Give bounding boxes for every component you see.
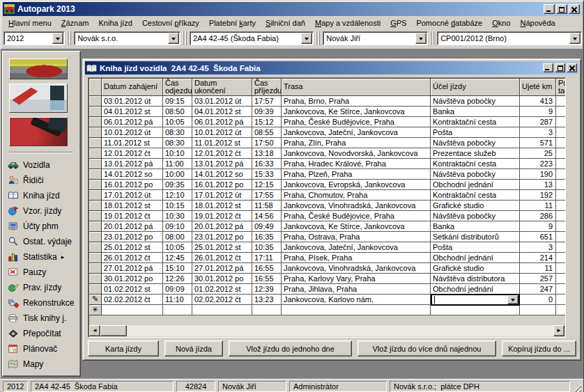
- sidebar-item-statistika[interactable]: Statistika▸: [3, 249, 80, 265]
- chevron-down-icon[interactable]: [301, 33, 312, 44]
- cell-trasa[interactable]: Praha, Jihlava, Praha: [282, 284, 431, 295]
- cell-ujete-km[interactable]: 25: [520, 148, 556, 159]
- cell-cas-prijezdu[interactable]: 16:35: [252, 232, 282, 242]
- cell-empty[interactable]: [192, 305, 252, 315]
- driver-combo[interactable]: Novák Jiří: [323, 31, 428, 45]
- new-row-selector[interactable]: ✳: [89, 305, 102, 315]
- cell-ucel-jizdy[interactable]: Grafické studio: [431, 263, 520, 274]
- cell-trasa[interactable]: Jankovcova, Jateční, Jankovcova: [282, 127, 431, 138]
- cell-ujete-km[interactable]: 214: [520, 253, 556, 263]
- cell-trasa[interactable]: Praha, České Budějovice, Praha: [282, 117, 431, 127]
- cell-ujete-km[interactable]: 651: [520, 232, 556, 242]
- cell-datum-zahajeni[interactable]: 20.01.2012 pá: [102, 221, 163, 232]
- cell-datum-ukonceni[interactable]: 14.01.2012 so: [192, 169, 252, 180]
- cell-pocatecni-tachometr[interactable]: [556, 127, 566, 138]
- cell-pocatecni-tachometr[interactable]: [556, 107, 566, 117]
- cell-datum-zahajeni[interactable]: 06.01.2012 pá: [102, 117, 163, 127]
- cell-datum-ukonceni[interactable]: 04.01.2012 st: [192, 107, 252, 117]
- cell-ujete-km[interactable]: 3: [520, 242, 556, 253]
- column-header-ucel-jizdy[interactable]: Účel jízdy: [431, 79, 520, 96]
- sidebar-item-ridici[interactable]: Řidiči: [3, 173, 80, 188]
- cell-datum-ukonceni[interactable]: 16.01.2012 po: [192, 180, 252, 190]
- cell-trasa[interactable]: Praha, Ostrava, Praha: [282, 232, 431, 242]
- maximize-button[interactable]: [556, 4, 567, 14]
- cell-cas-odjezdu[interactable]: 12:26: [163, 274, 192, 284]
- trip-card-button[interactable]: Karta jízdy: [88, 340, 159, 356]
- cell-pocatecni-tachometr[interactable]: [556, 242, 566, 253]
- cell-ucel-jizdy[interactable]: Grafické studio: [431, 201, 520, 211]
- cell-trasa[interactable]: Praha, Chomutov, Praha: [282, 190, 431, 201]
- cell-pocatecni-tachometr[interactable]: [556, 159, 566, 169]
- sidebar-item-prepocitat[interactable]: Přepočítat: [3, 326, 80, 341]
- cell-ucel-jizdy[interactable]: Pošta: [431, 127, 520, 138]
- cell-datum-zahajeni[interactable]: 11.01.2012 st: [102, 138, 163, 148]
- cell-cas-odjezdu[interactable]: 10:05: [163, 117, 192, 127]
- trip-purpose-editor[interactable]: [431, 294, 520, 306]
- column-header-pocatecni-tachometr[interactable]: Po tac: [556, 79, 566, 96]
- sidebar-item-tisk-knihy-j[interactable]: Tisk knihy j.: [3, 311, 80, 326]
- cell-ucel-jizdy[interactable]: Návštěva distributora: [431, 274, 520, 284]
- cell-pocatecni-tachometr[interactable]: [556, 138, 566, 148]
- cell-ucel-jizdy[interactable]: Obchodní jednání: [431, 284, 520, 295]
- cell-datum-zahajeni[interactable]: 12.01.2012 čt: [102, 148, 163, 159]
- cell-pocatecni-tachometr[interactable]: [556, 263, 566, 274]
- cell-ujete-km[interactable]: 247: [520, 284, 556, 295]
- cell-ucel-jizdy[interactable]: Návštěva pobočky: [431, 211, 520, 221]
- menu-item-napoveda[interactable]: Nápověda: [516, 17, 560, 29]
- cell-cas-prijezdu[interactable]: 16:33: [252, 159, 282, 169]
- cell-pocatecni-tachometr[interactable]: [556, 274, 566, 284]
- cell-datum-zahajeni[interactable]: 18.01.2012 st: [102, 201, 163, 211]
- cell-datum-zahajeni[interactable]: 19.01.2012 čt: [102, 211, 163, 221]
- cell-cas-odjezdu[interactable]: 10:30: [163, 211, 192, 221]
- cell-cas-odjezdu[interactable]: 08:50: [163, 107, 192, 117]
- cell-pocatecni-tachometr[interactable]: [556, 180, 566, 190]
- menu-item-platebni-karty[interactable]: Platební karty: [204, 17, 261, 29]
- resize-grip[interactable]: [573, 384, 581, 392]
- cell-ucel-jizdy[interactable]: Obchodní jednání: [431, 180, 520, 190]
- logbook-minimize-button[interactable]: [543, 63, 553, 72]
- sidebar-item-kniha-jizd[interactable]: Kniha jízd: [3, 188, 80, 203]
- chevron-down-icon[interactable]: [52, 33, 63, 44]
- cell-cas-prijezdu[interactable]: 11:58: [252, 201, 282, 211]
- cell-datum-ukonceni[interactable]: 27.01.2012 pá: [192, 263, 252, 274]
- cell-pocatecni-tachometr[interactable]: [556, 253, 566, 263]
- cell-ucel-jizdy[interactable]: Pošta: [431, 242, 520, 253]
- cell-empty[interactable]: [556, 305, 566, 315]
- cell-datum-ukonceni[interactable]: 13.01.2012 pá: [192, 159, 252, 169]
- cell-datum-ukonceni[interactable]: 17.01.2012 út: [192, 190, 252, 201]
- cell-empty[interactable]: [431, 305, 520, 315]
- cell-datum-ukonceni[interactable]: 20.01.2012 pá: [192, 221, 252, 232]
- sidebar-item-planovac[interactable]: Plánovač: [3, 341, 80, 356]
- copy-trip-button[interactable]: Kopíruj jízdu do ...: [502, 340, 576, 356]
- cell-cas-prijezdu[interactable]: 17:57: [252, 96, 282, 107]
- cell-datum-ukonceni[interactable]: 19.01.2012 čt: [192, 211, 252, 221]
- cell-cas-odjezdu[interactable]: 09:10: [163, 221, 192, 232]
- row-selector[interactable]: [89, 107, 102, 117]
- cell-datum-zahajeni[interactable]: 17.01.2012 út: [102, 190, 163, 201]
- column-header-ujete-km[interactable]: Ujeté km: [520, 79, 556, 96]
- cell-trasa[interactable]: Jankovcova, Vinohradská, Jankovcova: [282, 201, 431, 211]
- row-selector[interactable]: [89, 232, 102, 242]
- cell-cas-prijezdu[interactable]: 08:55: [252, 127, 282, 138]
- menu-item-pomocne-databaze[interactable]: Pomocné databáze: [411, 17, 487, 29]
- cell-datum-ukonceni[interactable]: 01.02.2012 st: [192, 284, 252, 295]
- cell-cas-prijezdu[interactable]: 13:23: [252, 295, 282, 305]
- cell-empty[interactable]: [163, 305, 192, 315]
- cell-datum-zahajeni[interactable]: 23.01.2012 po: [102, 232, 163, 242]
- cell-ucel-jizdy[interactable]: [431, 295, 520, 305]
- cell-ucel-jizdy[interactable]: Banka: [431, 107, 520, 117]
- sidebar-item-mapy[interactable]: Mapy: [3, 356, 80, 372]
- cell-datum-ukonceni[interactable]: 25.01.2012 st: [192, 242, 252, 253]
- cell-datum-zahajeni[interactable]: 02.02.2012 čt: [102, 295, 163, 305]
- cell-datum-ukonceni[interactable]: 03.01.2012 út: [192, 96, 252, 107]
- cell-ucel-jizdy[interactable]: Návštěva pobočky: [431, 96, 520, 107]
- cell-trasa[interactable]: Praha, Brno, Praha: [282, 96, 431, 107]
- cell-cas-prijezdu[interactable]: 09:39: [252, 107, 282, 117]
- column-header-trasa[interactable]: Trasa: [282, 79, 431, 96]
- insert-trip-one-day-button[interactable]: Vlož jízdu do jednoho dne: [229, 340, 352, 356]
- row-selector[interactable]: [89, 180, 102, 190]
- menu-item-mapy-a-vzdalenosti[interactable]: Mapy a vzdálenosti: [310, 17, 385, 29]
- cell-ucel-jizdy[interactable]: Kontraktační cesta: [431, 190, 520, 201]
- column-header-datum-ukonceni[interactable]: Datum ukončení: [192, 79, 252, 96]
- cell-trasa[interactable]: Jankovcova, Jateční, Jankovcova: [282, 242, 431, 253]
